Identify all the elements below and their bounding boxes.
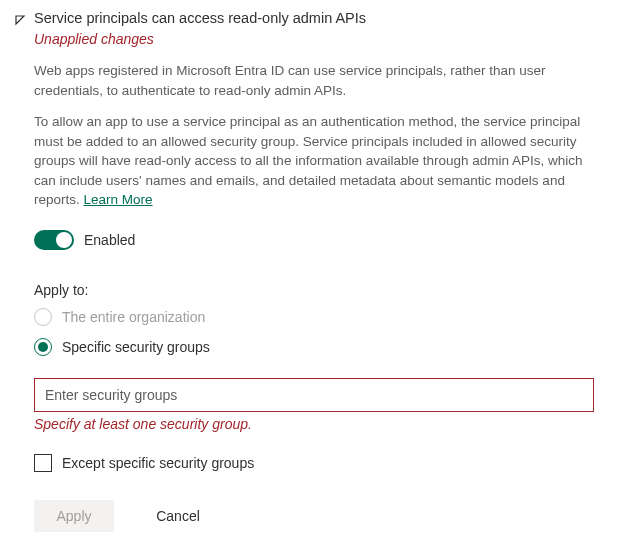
description-paragraph-1: Web apps registered in Microsoft Entra I…	[34, 61, 605, 100]
enabled-toggle-row: Enabled	[34, 230, 605, 250]
except-checkbox-row[interactable]: Except specific security groups	[34, 454, 605, 472]
learn-more-link[interactable]: Learn More	[84, 192, 153, 207]
security-groups-input[interactable]	[34, 378, 594, 412]
security-groups-error: Specify at least one security group.	[34, 416, 605, 432]
enabled-toggle[interactable]	[34, 230, 74, 250]
radio-icon	[34, 338, 52, 356]
cancel-button[interactable]: Cancel	[138, 500, 218, 532]
apply-to-section: Apply to: The entire organization Specif…	[34, 282, 605, 532]
except-checkbox-label: Except specific security groups	[62, 455, 254, 471]
radio-entire-organization: The entire organization	[34, 308, 605, 326]
unapplied-changes-label: Unapplied changes	[34, 31, 605, 47]
toggle-knob-icon	[56, 232, 72, 248]
setting-title: Service principals can access read-only …	[34, 10, 366, 26]
checkbox-icon[interactable]	[34, 454, 52, 472]
apply-button[interactable]: Apply	[34, 500, 114, 532]
enabled-toggle-label: Enabled	[84, 232, 135, 248]
radio-specific-security-groups[interactable]: Specific security groups	[34, 338, 605, 356]
setting-header: Service principals can access read-only …	[12, 10, 605, 29]
setting-description: Web apps registered in Microsoft Entra I…	[34, 61, 605, 210]
radio-specific-security-groups-label: Specific security groups	[62, 339, 210, 355]
apply-to-label: Apply to:	[34, 282, 605, 298]
collapse-chevron-icon[interactable]	[14, 13, 26, 29]
radio-icon	[34, 308, 52, 326]
description-paragraph-2: To allow an app to use a service princip…	[34, 112, 605, 210]
button-row: Apply Cancel	[34, 500, 605, 532]
radio-entire-organization-label: The entire organization	[62, 309, 205, 325]
radio-dot-icon	[38, 342, 48, 352]
